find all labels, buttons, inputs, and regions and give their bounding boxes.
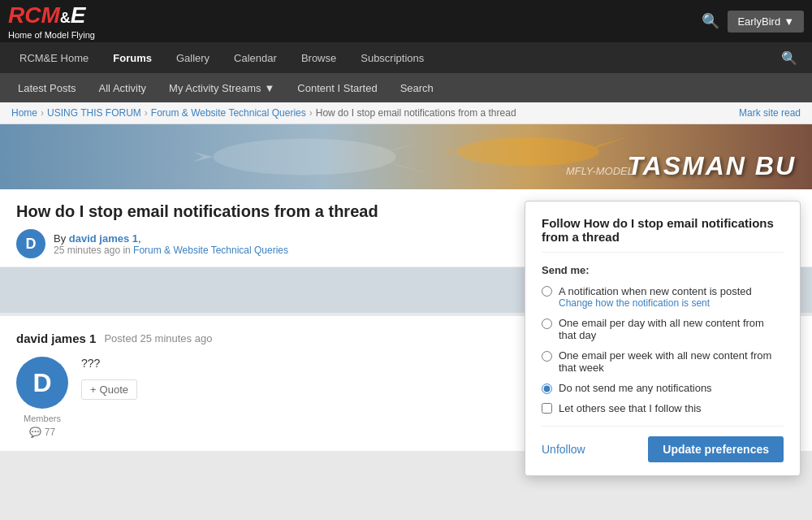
popup-radio-2[interactable]: [542, 318, 552, 329]
chevron-down-icon: ▼: [784, 15, 794, 28]
popup-send-me-label: Send me:: [542, 264, 784, 276]
popup-option-2: One email per day with all new content f…: [542, 317, 784, 341]
subnav-search[interactable]: Search: [391, 77, 443, 99]
thread-by-line: By david james 1,: [54, 232, 288, 245]
search-icon[interactable]: 🔍: [702, 12, 719, 30]
breadcrumb-using-forum[interactable]: USING THIS FORUM: [47, 107, 141, 119]
popup-radio-1-label[interactable]: A notification when new content is poste…: [559, 285, 752, 297]
logo-rcm: RCM: [8, 2, 60, 28]
subnav-latest-posts[interactable]: Latest Posts: [8, 77, 86, 99]
user-button[interactable]: EarlyBird ▼: [728, 11, 804, 32]
quote-button[interactable]: + Quote: [81, 379, 137, 400]
plus-icon: +: [90, 384, 97, 396]
main-nav-links: RCM&E Home Forums Gallery Calendar Brows…: [8, 46, 435, 71]
author-column: D Members 💬 77: [16, 357, 68, 438]
post-time: Posted 25 minutes ago: [104, 332, 212, 344]
thread-by-time: 25 minutes ago in Forum & Website Techni…: [54, 245, 288, 256]
logo[interactable]: RCM & E Home of Model Flying: [8, 2, 95, 40]
author-role: Members: [24, 414, 61, 423]
popup-checkbox-option: Let others see that I follow this: [542, 402, 784, 414]
subnav-all-activity[interactable]: All Activity: [89, 77, 157, 99]
popup-option-1: A notification when new content is poste…: [542, 284, 784, 309]
breadcrumb-sep-1: ›: [41, 107, 44, 119]
logo-amp: &: [60, 10, 71, 27]
nav-item-forums[interactable]: Forums: [102, 46, 163, 71]
popup-change-notification[interactable]: Change how the notification is sent: [559, 297, 752, 309]
popup-title: Follow How do I stop email notifications…: [542, 216, 784, 253]
logo-e: E: [71, 2, 86, 28]
popup-option-3: One email per week with all new content …: [542, 349, 784, 374]
top-nav-right: 🔍 EarlyBird ▼: [702, 11, 804, 32]
post-author-name[interactable]: david james 1: [16, 332, 96, 345]
nav-item-rcme-home[interactable]: RCM&E Home: [8, 46, 100, 71]
breadcrumb-sep-2: ›: [145, 107, 148, 119]
sub-navigation: Latest Posts All Activity My Activity St…: [0, 73, 812, 102]
popup-radio-4-label[interactable]: Do not send me any notifications: [559, 382, 712, 394]
unfollow-button[interactable]: Unfollow: [542, 438, 585, 461]
thread-time: 25 minutes ago: [54, 245, 120, 256]
breadcrumb-current: How do I stop email notifications from a…: [316, 107, 516, 119]
popup-radio-1[interactable]: [542, 286, 552, 297]
popup-checkbox-label[interactable]: Let others see that I follow this: [559, 402, 702, 414]
main-navigation: RCM&E Home Forums Gallery Calendar Brows…: [0, 42, 812, 73]
popup-actions: Unfollow Update preferences: [542, 426, 784, 462]
banner-small-text: MFLY-MODEL: [566, 165, 633, 177]
breadcrumb-technical-queries[interactable]: Forum & Website Technical Queries: [151, 107, 306, 119]
subnav-activity-streams[interactable]: My Activity Streams ▼: [159, 77, 284, 99]
nav-item-calendar[interactable]: Calendar: [222, 46, 288, 71]
popup-radio-4[interactable]: [542, 384, 552, 394]
follow-popup: Follow How do I stop email notifications…: [525, 201, 801, 476]
popup-radio-2-label[interactable]: One email per day with all new content f…: [559, 317, 784, 341]
breadcrumb-sep-3: ›: [309, 107, 313, 119]
author-info: Members 💬 77: [24, 414, 61, 438]
thread-location-link[interactable]: Forum & Website Technical Queries: [133, 245, 288, 256]
popup-radio-3-label[interactable]: One email per week with all new content …: [559, 349, 784, 374]
update-preferences-button[interactable]: Update preferences: [648, 436, 784, 462]
thread-meta-left: D By david james 1, 25 minutes ago in Fo…: [16, 229, 288, 258]
breadcrumb-home[interactable]: Home: [11, 107, 37, 119]
nav-item-gallery[interactable]: Gallery: [165, 46, 221, 71]
author-avatar-large: D: [16, 357, 68, 409]
author-avatar-small: D: [16, 229, 45, 258]
chevron-down-icon: ▼: [264, 82, 274, 94]
author-posts-count: 💬 77: [24, 427, 61, 438]
breadcrumb: Home › USING THIS FORUM › Forum & Websit…: [0, 102, 812, 124]
subnav-content-started[interactable]: Content I Started: [287, 77, 387, 99]
logo-tagline: Home of Model Flying: [8, 30, 95, 40]
page-content: How do I stop email notifications from a…: [0, 189, 812, 451]
svg-point-5: [457, 137, 599, 166]
banner: MFLY-MODEL TASMAN BU: [0, 124, 812, 189]
popup-radio-3[interactable]: [542, 351, 552, 362]
nav-item-subscriptions[interactable]: Subscriptions: [349, 46, 435, 71]
popup-option-4: Do not send me any notifications: [542, 382, 784, 394]
svg-point-1: [214, 139, 396, 176]
popup-checkbox[interactable]: [542, 403, 552, 414]
nav-item-browse[interactable]: Browse: [290, 46, 348, 71]
top-navigation: RCM & E Home of Model Flying 🔍 EarlyBird…: [0, 0, 812, 42]
thread-author-name[interactable]: david james 1: [69, 232, 138, 245]
posts-icon: 💬: [29, 427, 41, 438]
main-search-icon[interactable]: 🔍: [775, 44, 804, 72]
user-button-label: EarlyBird: [737, 15, 780, 28]
banner-main-text: TASMAN BU: [627, 151, 796, 181]
quote-button-label: Quote: [100, 384, 128, 396]
mark-read-link[interactable]: Mark site read: [739, 107, 801, 119]
